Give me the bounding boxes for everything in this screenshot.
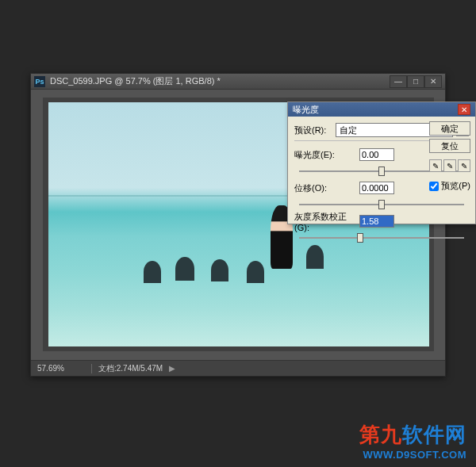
slider-track-line xyxy=(299,237,464,239)
eyedropper-gray-icon[interactable]: ✎ xyxy=(443,159,456,172)
offset-slider[interactable] xyxy=(299,198,464,211)
exposure-label: 曝光度(E): xyxy=(294,149,359,161)
preview-checkbox-row[interactable]: 预览(P) xyxy=(429,180,470,192)
eyedropper-black-icon[interactable]: ✎ xyxy=(429,159,442,172)
offset-label: 位移(O): xyxy=(294,182,359,194)
slider-thumb[interactable] xyxy=(357,233,363,243)
title-bar[interactable]: Ps DSC_0599.JPG @ 57.7% (图层 1, RGB/8) * … xyxy=(31,74,445,90)
doc-size-label: 文档: xyxy=(98,363,117,374)
exposure-input[interactable] xyxy=(359,148,394,161)
cancel-button[interactable]: 复位 xyxy=(429,139,470,153)
watermark-text: 第九软件网 xyxy=(359,421,466,449)
slider-thumb[interactable] xyxy=(378,200,385,209)
eyedropper-group: ✎ ✎ ✎ xyxy=(429,159,470,172)
exposure-dialog: 曝光度 ✕ 预设(R): 自定 ≡ 曝光度(E): 位移(O): xyxy=(287,101,476,224)
ps-icon: Ps xyxy=(34,76,45,87)
eyedropper-white-icon[interactable]: ✎ xyxy=(458,159,470,172)
dialog-title: 曝光度 xyxy=(293,104,319,116)
doc-size-value: 2.74M/5.47M xyxy=(117,364,163,373)
figure xyxy=(175,257,194,281)
gamma-input[interactable] xyxy=(359,215,394,228)
gamma-row: 灰度系数校正(G): xyxy=(294,211,469,232)
minimize-button[interactable]: — xyxy=(390,75,407,88)
figure xyxy=(247,261,264,283)
dialog-close-button[interactable]: ✕ xyxy=(458,104,470,115)
figure xyxy=(306,245,324,269)
zoom-value[interactable]: 57.69% xyxy=(37,364,85,373)
gamma-label: 灰度系数校正(G): xyxy=(294,211,359,232)
preset-label: 预设(R): xyxy=(294,124,336,136)
window-controls: — □ ✕ xyxy=(390,75,442,88)
close-button[interactable]: ✕ xyxy=(424,75,442,88)
preview-checkbox[interactable] xyxy=(429,182,439,191)
figure xyxy=(211,259,228,281)
preview-label: 预览(P) xyxy=(441,180,470,192)
maximize-button[interactable]: □ xyxy=(407,75,424,88)
figure xyxy=(144,261,161,283)
dialog-title-bar[interactable]: 曝光度 ✕ xyxy=(288,102,475,117)
slider-thumb[interactable] xyxy=(378,167,385,176)
offset-input[interactable] xyxy=(359,182,394,194)
ok-button[interactable]: 确定 xyxy=(429,121,470,136)
dialog-buttons: 确定 复位 ✎ ✎ ✎ 预览(P) xyxy=(428,121,470,192)
watermark: 第九软件网 WWW.D9SOFT.COM xyxy=(359,421,466,461)
dialog-body: 预设(R): 自定 ≡ 曝光度(E): 位移(O): 灰度系数校正(G): xyxy=(288,117,475,224)
watermark-url: WWW.D9SOFT.COM xyxy=(359,449,466,461)
flyout-icon[interactable]: ▶ xyxy=(169,364,175,373)
separator xyxy=(91,364,92,373)
document-title: DSC_0599.JPG @ 57.7% (图层 1, RGB/8) * xyxy=(50,75,390,87)
gamma-slider[interactable] xyxy=(299,232,464,244)
status-bar: 57.69% 文档: 2.74M/5.47M ▶ xyxy=(31,360,445,376)
